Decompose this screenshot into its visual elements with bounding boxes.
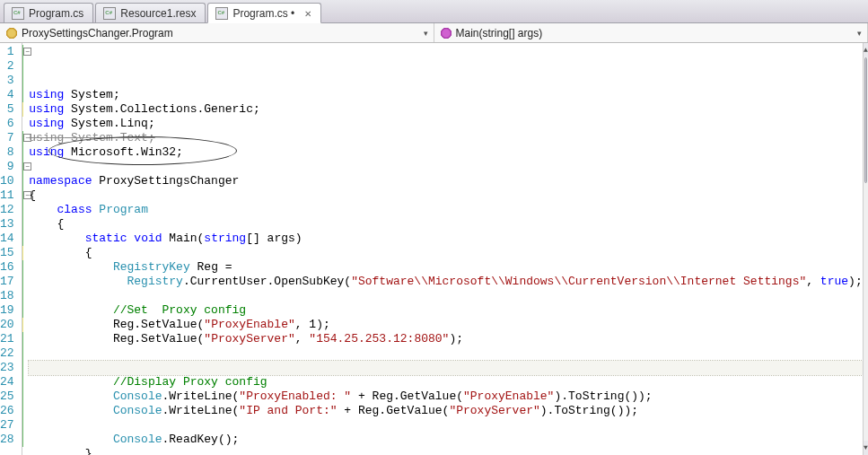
code-line[interactable]: { — [29, 188, 862, 203]
vertical-scrollbar[interactable]: ▲ ▼ — [863, 43, 868, 455]
code-line[interactable]: Reg.SetValue("ProxyEnable", 1); — [29, 318, 862, 332]
tab-program-cs[interactable]: Program.cs •✕ — [207, 3, 321, 23]
line-number: 10 — [0, 174, 22, 188]
method-icon — [440, 27, 452, 39]
code-line[interactable]: static void Main(string[] args) — [29, 232, 862, 246]
code-line[interactable] — [29, 346, 862, 361]
file-icon — [103, 7, 116, 20]
code-line[interactable]: Reg.SetValue("ProxyServer", "154.25.253.… — [29, 332, 862, 346]
navigation-bar: ProxySettingsChanger.Program Main(string… — [0, 23, 868, 43]
line-number: 28 — [0, 433, 22, 447]
code-line[interactable]: using System.Text; — [29, 131, 862, 145]
line-number: 13 — [0, 217, 22, 232]
class-icon — [5, 27, 18, 39]
code-line[interactable]: //Display Proxy config — [29, 375, 862, 389]
line-number: 18 — [0, 289, 22, 303]
file-icon — [215, 7, 228, 20]
line-number: 24 — [0, 375, 22, 389]
code-line[interactable]: namespace ProxySettingsChanger — [29, 174, 862, 188]
class-dropdown-label: ProxySettingsChanger.Program — [22, 27, 173, 39]
line-number: 1 — [0, 45, 22, 59]
line-number: 26 — [0, 404, 22, 418]
line-number: 23 — [0, 361, 22, 375]
file-icon — [12, 7, 24, 20]
line-number: 20 — [0, 318, 22, 332]
code-line[interactable]: Console.ReadKey(); — [29, 433, 862, 447]
tab-bar: Program.csResource1.resxProgram.cs •✕ — [0, 0, 868, 23]
code-line[interactable]: Registry.CurrentUser.OpenSubKey("Softwar… — [29, 275, 862, 289]
code-line[interactable] — [29, 289, 862, 303]
line-number: 9 — [0, 160, 22, 174]
line-number: 21 — [0, 332, 22, 346]
line-number: 7 — [0, 131, 22, 145]
code-line[interactable]: class Program — [29, 203, 862, 217]
line-number: 27 — [0, 418, 22, 433]
scroll-thumb[interactable] — [864, 57, 867, 183]
line-number: 14 — [0, 232, 22, 246]
close-icon[interactable]: ✕ — [304, 9, 311, 19]
code-line[interactable]: RegistryKey Reg = — [29, 260, 862, 275]
method-dropdown-label: Main(string[] args) — [456, 27, 543, 39]
code-line[interactable] — [29, 361, 862, 375]
tab-label: Resource1.resx — [120, 7, 196, 20]
code-line[interactable] — [29, 418, 862, 433]
code-area[interactable]: using System;using System.Collections.Ge… — [27, 43, 862, 455]
line-number: 4 — [0, 88, 22, 102]
line-number: 17 — [0, 275, 22, 289]
code-line[interactable]: using System.Linq; — [29, 117, 862, 131]
code-line[interactable]: Console.WriteLine("ProxyEnabled: " + Reg… — [29, 389, 862, 404]
code-line[interactable]: using System; — [29, 88, 862, 102]
line-number: 8 — [0, 145, 22, 160]
line-number: 22 — [0, 346, 22, 361]
line-number: 3 — [0, 74, 22, 88]
line-number: 19 — [0, 303, 22, 318]
line-number-gutter: 1234567891011121314151617181920212223242… — [0, 43, 22, 455]
code-line[interactable]: { — [29, 217, 862, 232]
tab-label: Program.cs • — [232, 7, 294, 20]
tab-label: Program.cs — [29, 7, 83, 20]
tab-resource1-resx[interactable]: Resource1.resx — [95, 3, 206, 22]
scroll-down-arrow[interactable]: ▼ — [864, 441, 868, 455]
line-number: 6 — [0, 117, 22, 131]
code-line[interactable]: using Microsoft.Win32; — [29, 145, 862, 160]
code-line[interactable]: using System.Collections.Generic; — [29, 102, 862, 117]
code-line[interactable]: } — [29, 447, 862, 455]
line-number: 11 — [0, 188, 22, 203]
code-editor[interactable]: 1234567891011121314151617181920212223242… — [0, 43, 868, 455]
class-dropdown[interactable]: ProxySettingsChanger.Program — [0, 23, 434, 42]
line-number: 2 — [0, 59, 22, 74]
tab-program-cs[interactable]: Program.cs — [4, 3, 93, 22]
line-number: 5 — [0, 102, 22, 117]
code-line[interactable]: //Set Proxy config — [29, 303, 862, 318]
method-dropdown[interactable]: Main(string[] args) — [434, 23, 869, 42]
line-number: 15 — [0, 246, 22, 260]
code-line[interactable]: { — [29, 246, 862, 260]
line-number: 12 — [0, 203, 22, 217]
scroll-up-arrow[interactable]: ▲ — [864, 43, 868, 57]
line-number: 16 — [0, 260, 22, 275]
code-line[interactable]: Console.WriteLine("IP and Port:" + Reg.G… — [29, 404, 862, 418]
code-line[interactable] — [29, 160, 862, 174]
line-number: 25 — [0, 389, 22, 404]
